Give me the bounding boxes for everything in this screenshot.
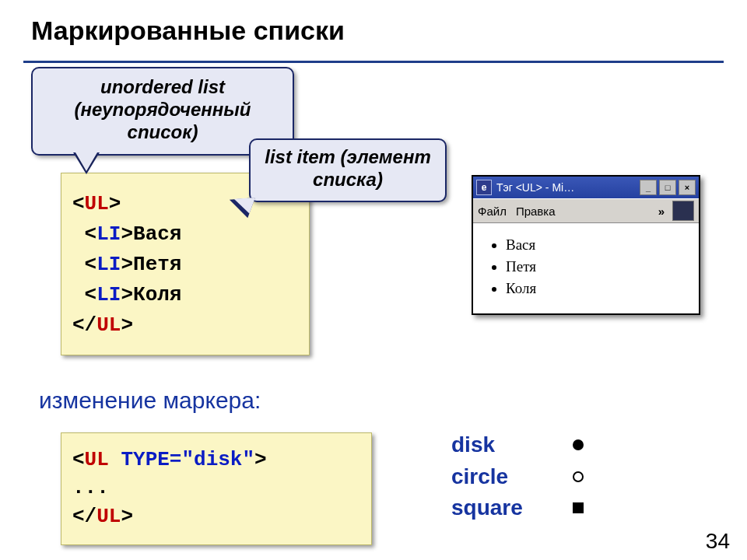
list-item: Вася	[506, 234, 685, 256]
callout-listitem-text: list item (элемент списка)	[265, 146, 431, 190]
list-item: Коля	[506, 278, 685, 299]
code-line: <LI>Петя	[72, 250, 298, 280]
circle-icon	[568, 471, 588, 483]
code-line: </UL>	[72, 502, 360, 530]
callout-list-item: list item (элемент списка)	[249, 138, 447, 202]
browser-throbber-icon	[672, 201, 694, 221]
browser-client-area: Вася Петя Коля	[473, 222, 699, 313]
marker-label: circle	[451, 461, 568, 493]
page-number: 34	[706, 529, 730, 554]
minimize-button[interactable]: _	[640, 180, 657, 195]
svg-point-1	[573, 472, 583, 481]
marker-row-square: square	[451, 492, 588, 524]
marker-label: square	[451, 492, 568, 524]
code-line: ...	[72, 474, 360, 502]
list-item: Петя	[506, 256, 685, 278]
code-line: <LI>Коля	[72, 280, 298, 310]
ie-icon: e	[476, 180, 492, 195]
slide: Маркированные списки unordered list (неу…	[0, 0, 747, 560]
browser-titlebar: e Тэг <UL> - Mi… _ □ ×	[473, 177, 699, 198]
code-line: </UL>	[72, 310, 298, 341]
svg-rect-2	[573, 502, 584, 513]
marker-types: disk circle square	[451, 429, 588, 524]
square-icon	[568, 502, 588, 514]
marker-label: disk	[451, 429, 568, 461]
menu-more[interactable]: »	[658, 205, 665, 218]
callout-unordered-text: unordered list (неупорядоченный список)	[75, 76, 251, 142]
svg-point-0	[573, 439, 584, 450]
code-line: <LI>Вася	[72, 219, 298, 250]
maximize-button[interactable]: □	[659, 180, 676, 195]
close-button[interactable]: ×	[679, 180, 696, 195]
browser-title: Тэг <UL> - Mi…	[496, 181, 574, 194]
browser-window: e Тэг <UL> - Mi… _ □ × Файл Правка » Вас…	[472, 175, 700, 315]
result-list: Вася Петя Коля	[487, 234, 685, 299]
slide-title: Маркированные списки	[31, 16, 345, 46]
marker-row-circle: circle	[451, 461, 588, 493]
subheading-marker-change: изменение маркера:	[39, 387, 261, 414]
code-line: <UL TYPE="disk">	[72, 446, 360, 474]
browser-menubar: Файл Правка »	[473, 198, 699, 222]
disk-icon	[568, 439, 588, 451]
marker-row-disk: disk	[451, 429, 588, 461]
code-block-ul-type: <UL TYPE="disk"> ... </UL>	[61, 432, 372, 545]
menu-file[interactable]: Файл	[478, 205, 507, 218]
menu-edit[interactable]: Правка	[516, 205, 556, 218]
title-rule	[23, 61, 724, 63]
